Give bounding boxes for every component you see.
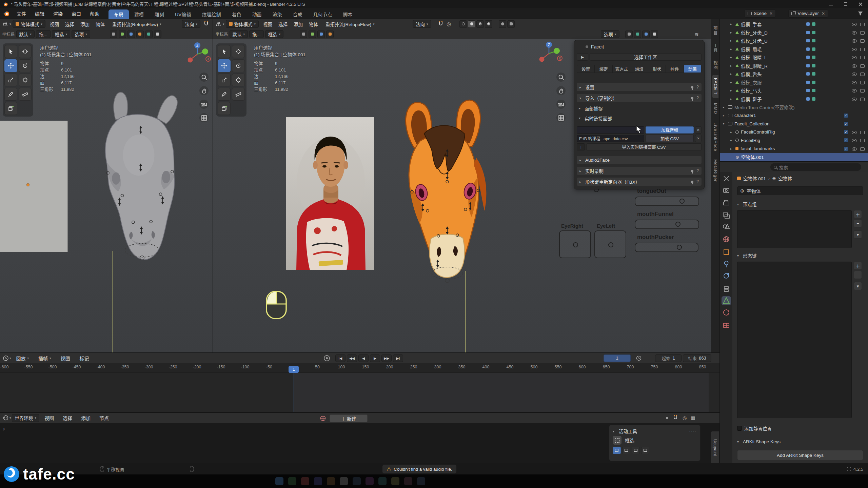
expand-chevron-icon[interactable]: ▸ [730,130,735,134]
shader-node-canvas[interactable]: › ▾活动工具···· 框选 Ucupaint [0,423,719,463]
hide-eye-icon[interactable] [852,73,857,76]
warning-toast[interactable]: ⚠ Couldn't find a valid audio file. [382,465,456,473]
clear-csv-icon[interactable]: ✕ [695,135,702,142]
expand-chevron-icon[interactable]: ▸ [730,97,735,101]
expand-chevron-icon[interactable]: ▸ [730,89,735,92]
snap-toggle-icon[interactable] [110,30,117,38]
outliner-row[interactable]: ▸ 低模_眼睛_L [720,53,868,62]
taskbar-app-icon[interactable] [301,477,309,485]
shading-wireframe-icon[interactable] [459,20,467,28]
workspace-tab[interactable]: 渲染 [267,9,287,19]
outliner-row[interactable]: ▸ 低模_衣服 [720,78,868,87]
unlink-scene-icon[interactable]: ✕ [769,11,773,16]
tool-rotate[interactable] [232,59,245,72]
taskbar-app-icon[interactable] [417,477,425,485]
shader-menu-item[interactable]: 添加 [77,412,95,423]
shading-rendered-icon[interactable] [485,20,492,28]
arkit-section-header[interactable]: ▾ARKit Shape Keys [737,439,781,444]
taskbar-app-icon[interactable] [378,477,387,485]
faceit-tab[interactable]: 动画 [684,65,701,73]
transport-button[interactable]: ◀ [358,354,369,362]
add-vertex-group-button[interactable]: ＋ [854,210,862,218]
shape-keys-header[interactable]: ▾形态键 [737,252,757,259]
sidebar-tab[interactable]: MetaRiger [712,156,718,185]
rest-position-checkbox[interactable] [737,426,742,431]
breadcrumb-object[interactable]: 空物体.001 [743,175,766,182]
outliner-row[interactable]: ▸ 低模_牙齿_U [720,37,868,45]
shading-material-icon[interactable] [476,20,484,28]
setting-icon[interactable] [625,30,633,38]
load-audio-button[interactable]: 加载音频 [646,126,694,134]
taskbar-app-icon[interactable] [340,477,348,485]
workspace-tab[interactable]: 动画 [246,9,267,19]
transport-button[interactable]: ◀◀ [347,354,357,362]
expand-chevron-icon[interactable]: ▸ [730,81,735,84]
pan-hand-icon[interactable] [199,86,209,95]
pin-icon[interactable] [691,97,693,99]
taskbar-app-icon[interactable] [288,477,296,485]
sidebar-tab[interactable]: 视图 [711,58,719,73]
tool-cursor[interactable] [232,45,245,58]
tool-measure[interactable] [232,88,245,101]
tool-select-box[interactable] [218,45,231,58]
pin-icon[interactable] [691,170,693,172]
viewport-menu-item[interactable]: 添加 [291,19,306,29]
close-button[interactable] [853,0,868,8]
select-mode-dropdown[interactable]: 框选▾ [52,30,71,38]
outliner-row[interactable]: ▸ 低模_眉毛 [720,45,868,54]
shape-keys-list[interactable] [737,262,852,418]
tool-move[interactable] [4,59,17,72]
viewport-menu-item[interactable]: 物体 [93,19,108,29]
outliner-row[interactable]: ▸ 低模_鞋子 [720,95,868,103]
zoom-icon[interactable] [556,73,566,82]
editor-type-icon[interactable] [3,415,9,421]
clock-icon[interactable] [636,355,642,361]
disable-render-icon[interactable] [860,147,865,151]
workspace-tab[interactable]: 纹理绘制 [196,9,226,19]
viewport-menu-item[interactable]: 视图 [47,19,62,29]
setting-icon[interactable] [651,30,658,38]
add-shape-key-button[interactable]: ＋ [854,262,862,270]
search-input[interactable]: 搜索 [770,163,861,171]
retopoflow-menu[interactable]: 重拓扑流(RetopoFlow)▾ [322,19,378,29]
mode-selector[interactable]: 物体模式▾ [226,20,259,28]
select-mode-new[interactable] [613,447,621,454]
snap-magnet-icon[interactable] [438,21,444,27]
timeline-body[interactable] [0,373,719,413]
tool-select-box[interactable] [4,45,17,58]
outliner-row[interactable]: ▸ Merlin Toon Carrier(不要修改) [720,103,868,111]
sidebar-toggle-icon[interactable]: › [3,425,5,432]
exclude-checkbox[interactable] [844,138,848,143]
remove-vertex-group-button[interactable]: − [854,219,862,227]
help-icon[interactable]: ? [696,168,699,173]
settings-section-header[interactable]: ▸设置? [577,83,702,91]
outliner-row[interactable]: ▸ 低模_牙齿_D [720,28,868,37]
grid-icon[interactable]: ▦ [691,415,695,421]
taskbar-app-icon[interactable] [327,477,335,485]
tool-transform[interactable] [232,74,245,86]
tool-measure[interactable] [19,88,32,101]
reference-plane[interactable] [0,121,68,252]
keying-menu[interactable]: 插帧▾ [34,353,56,364]
topbar-menu-item[interactable]: 编辑 [31,8,49,19]
pan-hand-icon[interactable] [556,86,566,95]
shader-menu-item[interactable]: 节点 [95,412,113,423]
expand-chevron-icon[interactable]: ▸ [730,72,735,76]
box-select-tool-icon[interactable] [613,436,622,445]
snap-magnet-icon[interactable] [672,415,678,421]
pin-icon[interactable] [691,181,693,183]
topbar-menu-item[interactable]: 窗口 [67,8,85,19]
import-recorded-section-header[interactable]: ▾导入（录制的）? [577,94,702,102]
transport-button[interactable]: ▶| [393,354,403,362]
horse-head-mesh-gray[interactable] [86,87,193,266]
tool-add-cube[interactable] [4,102,17,115]
workspace-tab[interactable]: 建模 [129,9,149,19]
overlays-toggle-icon[interactable] [499,20,506,28]
viewport-menu-item[interactable]: 物体 [306,19,321,29]
hide-eye-icon[interactable] [852,89,857,93]
outliner-row[interactable]: ▸ FaceitRig [720,136,868,145]
rig-slider[interactable] [635,243,698,252]
pin-icon[interactable] [666,417,668,419]
editor-type-icon[interactable] [3,355,9,361]
expand-chevron-icon[interactable]: ▸ [730,47,735,51]
